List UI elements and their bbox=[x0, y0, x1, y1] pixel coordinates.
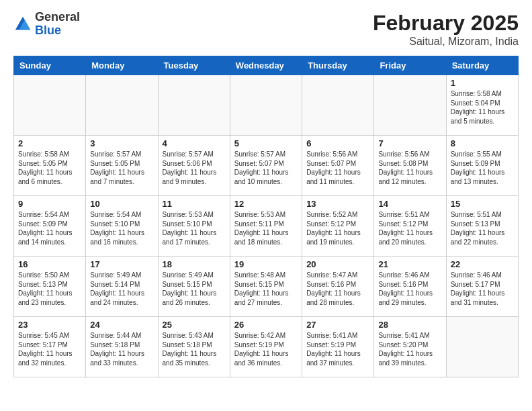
day-number: 13 bbox=[306, 199, 369, 209]
day-info: Sunrise: 5:53 AM Sunset: 5:10 PM Dayligh… bbox=[163, 210, 226, 246]
day-number: 17 bbox=[90, 259, 153, 269]
day-info: Sunrise: 5:51 AM Sunset: 5:12 PM Dayligh… bbox=[378, 210, 441, 246]
week-row-1: 2Sunrise: 5:58 AM Sunset: 5:05 PM Daylig… bbox=[14, 136, 519, 196]
calendar-cell bbox=[374, 75, 446, 136]
calendar-cell bbox=[14, 75, 86, 136]
day-info: Sunrise: 5:46 AM Sunset: 5:16 PM Dayligh… bbox=[378, 271, 441, 307]
day-header-saturday: Saturday bbox=[446, 56, 518, 75]
calendar-cell: 12Sunrise: 5:53 AM Sunset: 5:11 PM Dayli… bbox=[230, 196, 302, 257]
day-info: Sunrise: 5:52 AM Sunset: 5:12 PM Dayligh… bbox=[306, 210, 369, 246]
calendar-cell: 23Sunrise: 5:45 AM Sunset: 5:17 PM Dayli… bbox=[14, 317, 86, 377]
calendar-cell: 9Sunrise: 5:54 AM Sunset: 5:09 PM Daylig… bbox=[14, 196, 86, 257]
day-header-monday: Monday bbox=[86, 56, 158, 75]
day-number: 4 bbox=[163, 138, 226, 148]
logo-general: General bbox=[35, 11, 80, 24]
day-number: 12 bbox=[234, 199, 298, 209]
day-number: 18 bbox=[163, 259, 226, 269]
calendar-cell bbox=[158, 75, 230, 136]
title-block: February 2025 Saitual, Mizoram, India bbox=[373, 11, 519, 48]
day-header-friday: Friday bbox=[374, 56, 446, 75]
calendar-cell: 19Sunrise: 5:48 AM Sunset: 5:15 PM Dayli… bbox=[230, 257, 302, 317]
calendar-cell: 25Sunrise: 5:43 AM Sunset: 5:18 PM Dayli… bbox=[158, 317, 230, 377]
logo-blue: Blue bbox=[35, 24, 80, 38]
day-number: 28 bbox=[378, 320, 441, 330]
day-number: 10 bbox=[90, 199, 153, 209]
calendar-cell: 24Sunrise: 5:44 AM Sunset: 5:18 PM Dayli… bbox=[86, 317, 158, 377]
calendar-cell bbox=[230, 75, 302, 136]
day-info: Sunrise: 5:54 AM Sunset: 5:09 PM Dayligh… bbox=[18, 210, 81, 246]
day-info: Sunrise: 5:53 AM Sunset: 5:11 PM Dayligh… bbox=[234, 210, 298, 246]
calendar-cell: 3Sunrise: 5:57 AM Sunset: 5:05 PM Daylig… bbox=[86, 136, 158, 196]
week-row-2: 9Sunrise: 5:54 AM Sunset: 5:09 PM Daylig… bbox=[14, 196, 519, 257]
day-number: 22 bbox=[451, 259, 514, 269]
day-info: Sunrise: 5:56 AM Sunset: 5:07 PM Dayligh… bbox=[306, 150, 369, 186]
day-info: Sunrise: 5:43 AM Sunset: 5:18 PM Dayligh… bbox=[163, 331, 226, 367]
day-info: Sunrise: 5:44 AM Sunset: 5:18 PM Dayligh… bbox=[90, 331, 153, 367]
calendar-cell bbox=[86, 75, 158, 136]
calendar-cell: 13Sunrise: 5:52 AM Sunset: 5:12 PM Dayli… bbox=[302, 196, 374, 257]
logo-icon bbox=[13, 15, 32, 34]
day-info: Sunrise: 5:49 AM Sunset: 5:15 PM Dayligh… bbox=[163, 271, 226, 307]
calendar-cell: 5Sunrise: 5:57 AM Sunset: 5:07 PM Daylig… bbox=[230, 136, 302, 196]
calendar-cell: 11Sunrise: 5:53 AM Sunset: 5:10 PM Dayli… bbox=[158, 196, 230, 257]
week-row-4: 23Sunrise: 5:45 AM Sunset: 5:17 PM Dayli… bbox=[14, 317, 519, 377]
day-info: Sunrise: 5:55 AM Sunset: 5:09 PM Dayligh… bbox=[451, 150, 514, 186]
calendar-header-row: SundayMondayTuesdayWednesdayThursdayFrid… bbox=[14, 56, 519, 75]
day-info: Sunrise: 5:42 AM Sunset: 5:19 PM Dayligh… bbox=[234, 331, 298, 367]
day-number: 14 bbox=[378, 199, 441, 209]
day-number: 15 bbox=[451, 199, 514, 209]
day-number: 27 bbox=[306, 320, 369, 330]
calendar-cell: 17Sunrise: 5:49 AM Sunset: 5:14 PM Dayli… bbox=[86, 257, 158, 317]
day-number: 20 bbox=[306, 259, 369, 269]
day-info: Sunrise: 5:48 AM Sunset: 5:15 PM Dayligh… bbox=[234, 271, 298, 307]
calendar-cell: 20Sunrise: 5:47 AM Sunset: 5:16 PM Dayli… bbox=[302, 257, 374, 317]
calendar-cell: 8Sunrise: 5:55 AM Sunset: 5:09 PM Daylig… bbox=[446, 136, 518, 196]
day-number: 19 bbox=[234, 259, 298, 269]
day-number: 24 bbox=[90, 320, 153, 330]
day-info: Sunrise: 5:57 AM Sunset: 5:07 PM Dayligh… bbox=[234, 150, 298, 186]
day-header-wednesday: Wednesday bbox=[230, 56, 302, 75]
header: General Blue February 2025 Saitual, Mizo… bbox=[13, 11, 519, 48]
calendar-cell: 10Sunrise: 5:54 AM Sunset: 5:10 PM Dayli… bbox=[86, 196, 158, 257]
day-info: Sunrise: 5:58 AM Sunset: 5:05 PM Dayligh… bbox=[18, 150, 81, 186]
day-info: Sunrise: 5:41 AM Sunset: 5:19 PM Dayligh… bbox=[306, 331, 369, 367]
day-info: Sunrise: 5:41 AM Sunset: 5:20 PM Dayligh… bbox=[378, 331, 441, 367]
calendar-cell: 28Sunrise: 5:41 AM Sunset: 5:20 PM Dayli… bbox=[374, 317, 446, 377]
day-number: 11 bbox=[163, 199, 226, 209]
calendar-cell bbox=[302, 75, 374, 136]
calendar-cell: 26Sunrise: 5:42 AM Sunset: 5:19 PM Dayli… bbox=[230, 317, 302, 377]
calendar-cell: 15Sunrise: 5:51 AM Sunset: 5:13 PM Dayli… bbox=[446, 196, 518, 257]
day-number: 3 bbox=[90, 138, 153, 148]
day-number: 9 bbox=[18, 199, 81, 209]
day-number: 26 bbox=[234, 320, 298, 330]
page: General Blue February 2025 Saitual, Mizo… bbox=[0, 0, 532, 391]
day-info: Sunrise: 5:54 AM Sunset: 5:10 PM Dayligh… bbox=[90, 210, 153, 246]
calendar-cell: 18Sunrise: 5:49 AM Sunset: 5:15 PM Dayli… bbox=[158, 257, 230, 317]
week-row-0: 1Sunrise: 5:58 AM Sunset: 5:04 PM Daylig… bbox=[14, 75, 519, 136]
day-info: Sunrise: 5:51 AM Sunset: 5:13 PM Dayligh… bbox=[451, 210, 514, 246]
day-info: Sunrise: 5:47 AM Sunset: 5:16 PM Dayligh… bbox=[306, 271, 369, 307]
calendar-cell: 14Sunrise: 5:51 AM Sunset: 5:12 PM Dayli… bbox=[374, 196, 446, 257]
logo: General Blue bbox=[13, 11, 80, 38]
calendar-table: SundayMondayTuesdayWednesdayThursdayFrid… bbox=[13, 56, 519, 377]
calendar-cell: 1Sunrise: 5:58 AM Sunset: 5:04 PM Daylig… bbox=[446, 75, 518, 136]
day-number: 7 bbox=[378, 138, 441, 148]
day-number: 21 bbox=[378, 259, 441, 269]
day-info: Sunrise: 5:57 AM Sunset: 5:06 PM Dayligh… bbox=[163, 150, 226, 186]
calendar-cell: 7Sunrise: 5:56 AM Sunset: 5:08 PM Daylig… bbox=[374, 136, 446, 196]
calendar-cell: 2Sunrise: 5:58 AM Sunset: 5:05 PM Daylig… bbox=[14, 136, 86, 196]
day-info: Sunrise: 5:50 AM Sunset: 5:13 PM Dayligh… bbox=[18, 271, 81, 307]
day-info: Sunrise: 5:46 AM Sunset: 5:17 PM Dayligh… bbox=[451, 271, 514, 307]
day-header-sunday: Sunday bbox=[14, 56, 86, 75]
logo-text: General Blue bbox=[35, 11, 80, 38]
calendar-title: February 2025 bbox=[373, 11, 519, 36]
day-info: Sunrise: 5:57 AM Sunset: 5:05 PM Dayligh… bbox=[90, 150, 153, 186]
day-number: 25 bbox=[163, 320, 226, 330]
calendar-cell: 4Sunrise: 5:57 AM Sunset: 5:06 PM Daylig… bbox=[158, 136, 230, 196]
calendar-cell: 27Sunrise: 5:41 AM Sunset: 5:19 PM Dayli… bbox=[302, 317, 374, 377]
day-number: 1 bbox=[451, 78, 514, 88]
day-info: Sunrise: 5:45 AM Sunset: 5:17 PM Dayligh… bbox=[18, 331, 81, 367]
calendar-cell: 21Sunrise: 5:46 AM Sunset: 5:16 PM Dayli… bbox=[374, 257, 446, 317]
day-number: 23 bbox=[18, 320, 81, 330]
calendar-cell bbox=[446, 317, 518, 377]
